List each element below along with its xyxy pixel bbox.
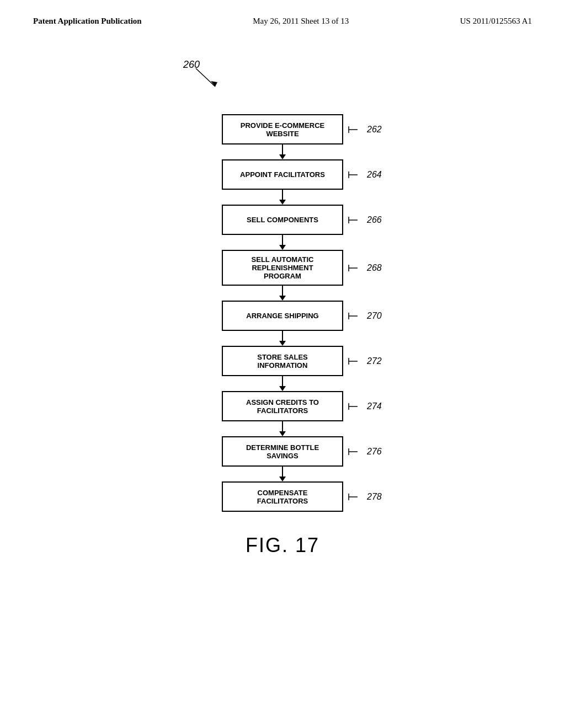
flow-ref-s3: 266 <box>348 215 382 226</box>
flow-step-s8: DETERMINE BOTTLESAVINGS276 <box>222 436 343 467</box>
connector-7 <box>222 467 343 481</box>
flow-box-s9: COMPENSATEFACILITATORS <box>222 481 343 512</box>
svg-line-0 <box>196 68 215 87</box>
flow-box-s1: PROVIDE E-COMMERCEWEBSITE <box>222 114 343 144</box>
flow-step-s3: SELL COMPONENTS266 <box>222 205 343 235</box>
publication-title: Patent Application Publication <box>33 17 142 26</box>
label-arrow <box>193 66 237 90</box>
flow-step-s6: STORE SALESINFORMATION272 <box>222 346 343 376</box>
connector-1 <box>222 190 343 205</box>
flow-box-s4: SELL AUTOMATICREPLENISHMENTPROGRAM <box>222 250 343 286</box>
flow-ref-s2: 264 <box>348 169 382 180</box>
diagram-container: 260 PROVIDE E-COMMERCEWEBSITE262APPOINT … <box>0 26 565 557</box>
publication-number: US 2011/0125563 A1 <box>460 17 532 26</box>
flow-step-s4: SELL AUTOMATICREPLENISHMENTPROGRAM268 <box>222 250 343 286</box>
flow-box-s8: DETERMINE BOTTLESAVINGS <box>222 436 343 467</box>
connector-0 <box>222 144 343 159</box>
flow-ref-s7: 274 <box>348 401 382 412</box>
flow-box-s2: APPOINT FACILITATORS <box>222 159 343 190</box>
flow-box-s3: SELL COMPONENTS <box>222 205 343 235</box>
figure-label: FIG. 17 <box>246 534 319 557</box>
flow-box-s7: ASSIGN CREDITS TOFACILITATORS <box>222 391 343 421</box>
flow-step-s2: APPOINT FACILITATORS264 <box>222 159 343 190</box>
flow-ref-s4: 268 <box>348 263 382 274</box>
publication-date-sheet: May 26, 2011 Sheet 13 of 13 <box>253 17 349 26</box>
flow-ref-s9: 278 <box>348 491 382 502</box>
flow-step-s1: PROVIDE E-COMMERCEWEBSITE262 <box>222 114 343 144</box>
flow-ref-s8: 276 <box>348 446 382 457</box>
connector-6 <box>222 421 343 436</box>
connector-3 <box>222 286 343 301</box>
flow-step-s7: ASSIGN CREDITS TOFACILITATORS274 <box>222 391 343 421</box>
connector-5 <box>222 376 343 391</box>
flowchart: PROVIDE E-COMMERCEWEBSITE262APPOINT FACI… <box>222 114 343 512</box>
page-header: Patent Application Publication May 26, 2… <box>0 0 565 26</box>
flow-ref-s1: 262 <box>348 124 382 135</box>
flow-ref-s6: 272 <box>348 356 382 367</box>
flow-box-s6: STORE SALESINFORMATION <box>222 346 343 376</box>
flow-step-s9: COMPENSATEFACILITATORS278 <box>222 481 343 512</box>
flow-ref-s5: 270 <box>348 311 382 322</box>
flow-box-s5: ARRANGE SHIPPING <box>222 301 343 331</box>
connector-4 <box>222 331 343 346</box>
flow-step-s5: ARRANGE SHIPPING270 <box>222 301 343 331</box>
connector-2 <box>222 235 343 250</box>
